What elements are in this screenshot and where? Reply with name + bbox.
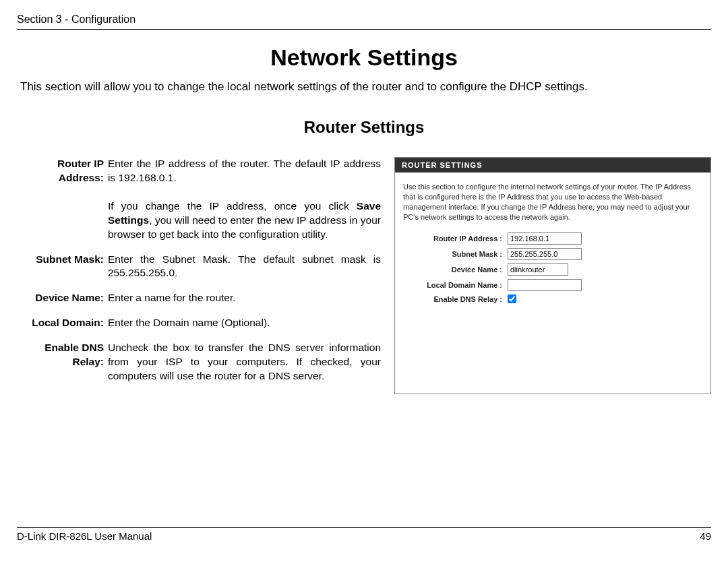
label-local-domain: Local Domain Name :	[403, 281, 508, 289]
footer-rule	[17, 527, 711, 528]
label-subnet: Subnet Mask :	[403, 250, 508, 258]
def-desc-p2b: , you will need to enter the new IP addr…	[108, 214, 381, 240]
input-router-ip[interactable]	[508, 232, 582, 245]
row-dns-relay: Enable DNS Relay :	[403, 294, 702, 303]
input-local-domain[interactable]	[508, 279, 582, 291]
def-subnet: Subnet Mask: Enter the Subnet Mask. The …	[17, 253, 381, 281]
def-router-ip: Router IP Address: Enter the IP address …	[17, 157, 381, 242]
def-term: Subnet Mask:	[17, 253, 108, 281]
definition-list: Router IP Address: Enter the IP address …	[17, 157, 381, 394]
input-subnet[interactable]	[508, 248, 582, 260]
def-desc: Uncheck the box to transfer the DNS serv…	[108, 341, 381, 383]
page-title: Network Settings	[17, 44, 711, 71]
def-dns-relay: Enable DNS Relay: Uncheck the box to tra…	[17, 341, 381, 383]
footer-page-number: 49	[700, 530, 711, 542]
def-term: Enable DNS Relay:	[17, 341, 108, 383]
router-settings-panel: ROUTER SETTINGS Use this section to conf…	[394, 157, 711, 394]
def-desc-p1: Enter the IP address of the router. The …	[108, 158, 381, 183]
def-desc: Enter the Subnet Mask. The default subne…	[108, 253, 381, 281]
row-router-ip: Router IP Address :	[403, 232, 702, 245]
def-desc-p2a: If you change the IP address, once you c…	[108, 200, 357, 212]
def-local-domain: Local Domain: Enter the Domain name (Opt…	[17, 316, 381, 330]
panel-header: ROUTER SETTINGS	[395, 158, 710, 173]
def-desc: Enter a name for the router.	[108, 291, 381, 305]
section-subtitle: Router Settings	[17, 118, 711, 137]
input-device-name[interactable]	[508, 263, 568, 276]
row-local-domain: Local Domain Name :	[403, 279, 702, 291]
header-rule	[17, 29, 711, 30]
row-subnet: Subnet Mask :	[403, 248, 702, 260]
def-device-name: Device Name: Enter a name for the router…	[17, 291, 381, 305]
label-dns-relay: Enable DNS Relay :	[403, 295, 508, 303]
footer-manual-name: D-Link DIR-826L User Manual	[17, 530, 152, 542]
header-section-label: Section 3 - Configuration	[17, 13, 711, 28]
checkbox-dns-relay[interactable]	[508, 294, 516, 303]
label-router-ip: Router IP Address :	[403, 235, 508, 243]
label-device-name: Device Name :	[403, 266, 508, 274]
panel-description: Use this section to configure the intern…	[403, 182, 702, 222]
def-term: Device Name:	[17, 291, 108, 305]
page-footer: D-Link DIR-826L User Manual 49	[17, 526, 711, 542]
panel-body: Use this section to configure the intern…	[395, 173, 710, 317]
def-term: Local Domain:	[17, 316, 108, 330]
def-desc: Enter the IP address of the router. The …	[108, 157, 381, 242]
row-device-name: Device Name :	[403, 263, 702, 276]
intro-text: This section will allow you to change th…	[17, 80, 711, 94]
def-term: Router IP Address:	[17, 157, 108, 242]
def-desc: Enter the Domain name (Optional).	[108, 316, 381, 330]
